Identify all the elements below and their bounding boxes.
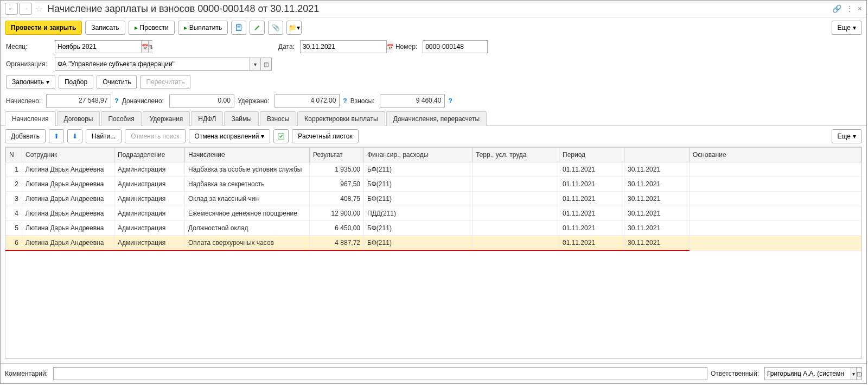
- accrued-label: Начислено:: [6, 97, 41, 105]
- responsible-label: Ответственный:: [711, 370, 759, 377]
- cell: 3: [6, 192, 22, 206]
- attach-button[interactable]: 📎: [268, 21, 283, 35]
- tab-7[interactable]: Корректировки выплаты: [297, 111, 385, 126]
- tab-more-button[interactable]: Еще ▾: [832, 129, 862, 143]
- form-row-2: Организация: ▾ ◫: [1, 55, 866, 73]
- tab-0[interactable]: Начисления: [5, 111, 56, 126]
- col-header[interactable]: Результат: [310, 148, 364, 162]
- col-header[interactable]: Основание: [690, 148, 861, 162]
- help-icon[interactable]: ?: [448, 97, 452, 105]
- cell: Администрация: [114, 221, 185, 236]
- tab-8[interactable]: Доначисления, перерасчеты: [386, 111, 487, 126]
- tab-6[interactable]: Взносы: [260, 111, 296, 126]
- help-icon[interactable]: ?: [114, 97, 118, 105]
- move-down-button[interactable]: ⬇: [67, 129, 82, 143]
- table-row[interactable]: 4Лютина Дарья АндреевнаАдминистрацияЕжем…: [6, 206, 861, 221]
- org-field[interactable]: ▾ ◫: [55, 58, 272, 71]
- col-header[interactable]: Сотрудник: [22, 148, 114, 162]
- table-row[interactable]: 1Лютина Дарья АндреевнаАдминистрацияНадб…: [6, 162, 861, 177]
- find-button[interactable]: Найти...: [86, 129, 122, 143]
- more-button[interactable]: Еще ▾: [832, 21, 862, 35]
- calendar-icon[interactable]: 📅: [141, 41, 148, 53]
- fill-button[interactable]: Заполнить ▾: [6, 75, 55, 89]
- cell: 6: [6, 236, 22, 251]
- cell: Лютина Дарья Андреевна: [22, 236, 114, 251]
- cell: [473, 177, 559, 192]
- clear-button[interactable]: Очистить: [97, 75, 137, 89]
- favorite-icon[interactable]: ☆: [35, 4, 43, 14]
- grid[interactable]: NСотрудникПодразделениеНачислениеРезульт…: [5, 147, 862, 359]
- arrow-down-icon: ⬇: [72, 132, 78, 140]
- close-icon[interactable]: ×: [858, 4, 862, 13]
- cell: 30.11.2021: [624, 192, 690, 206]
- table-row[interactable]: 2Лютина Дарья АндреевнаАдминистрацияНадб…: [6, 177, 861, 192]
- col-header[interactable]: [624, 148, 690, 162]
- contrib-label: Взносы:: [350, 97, 375, 105]
- tab-1[interactable]: Договоры: [57, 111, 100, 126]
- cell: БФ(211): [364, 192, 473, 206]
- cell: [690, 236, 861, 251]
- folder-button[interactable]: 📁▾: [286, 21, 302, 35]
- pay-button[interactable]: ▸Выплатить: [178, 21, 228, 35]
- link-icon[interactable]: 🔗: [832, 4, 841, 13]
- calendar-icon[interactable]: 📅: [386, 41, 393, 53]
- dropdown-icon[interactable]: ▾: [250, 58, 260, 70]
- cancel-search-button[interactable]: Отменить поиск: [125, 129, 185, 143]
- open-icon[interactable]: ◫: [260, 58, 271, 70]
- org-input[interactable]: [55, 58, 250, 70]
- open-icon[interactable]: ◫: [856, 368, 861, 380]
- col-header[interactable]: Подразделение: [114, 148, 185, 162]
- extra-label: Доначислено:: [122, 97, 164, 105]
- cell: Лютина Дарья Андреевна: [22, 206, 114, 221]
- report-button[interactable]: [231, 21, 246, 35]
- paperclip-icon: 📎: [272, 24, 280, 31]
- responsible-input[interactable]: [765, 368, 851, 380]
- post-button[interactable]: ▸Провести: [129, 21, 175, 35]
- footer: Комментарий: Ответственный: ▾ ◫: [1, 363, 866, 383]
- save-button[interactable]: Записать: [85, 21, 125, 35]
- back-button[interactable]: ←: [5, 3, 18, 15]
- tab-3[interactable]: Удержания: [143, 111, 190, 126]
- col-header[interactable]: Начисление: [185, 148, 310, 162]
- folder-icon: 📁▾: [289, 24, 300, 31]
- month-field[interactable]: 📅 ⇅: [55, 40, 152, 53]
- menu-icon[interactable]: ⋮: [846, 4, 853, 13]
- payslip-button[interactable]: Расчетный листок: [292, 129, 358, 143]
- pencil-icon: [253, 24, 261, 31]
- post-close-button[interactable]: Провести и закрыть: [5, 21, 82, 35]
- table-row[interactable]: 5Лютина Дарья АндреевнаАдминистрацияДолж…: [6, 221, 861, 236]
- tab-5[interactable]: Займы: [224, 111, 259, 126]
- dropdown-icon[interactable]: ▾: [851, 368, 856, 380]
- tab-4[interactable]: НДФЛ: [191, 111, 223, 126]
- cell: [473, 221, 559, 236]
- col-header[interactable]: Терр., усл. труда: [473, 148, 559, 162]
- help-icon[interactable]: ?: [343, 97, 347, 105]
- col-header[interactable]: Период: [559, 148, 624, 162]
- responsible-field[interactable]: ▾ ◫: [764, 367, 862, 380]
- grid-action-button[interactable]: [273, 129, 289, 143]
- date-field[interactable]: 📅: [300, 40, 387, 53]
- move-up-button[interactable]: ⬆: [49, 129, 64, 143]
- cell: 4 887,72: [310, 236, 364, 251]
- cell: БФ(211): [364, 162, 473, 177]
- stepper-icon[interactable]: ⇅: [148, 41, 153, 53]
- recalc-button[interactable]: Пересчитать: [140, 75, 190, 89]
- cancel-fixes-button[interactable]: Отмена исправлений ▾: [189, 129, 271, 143]
- number-input[interactable]: [423, 40, 488, 53]
- col-header[interactable]: Финансир., расходы: [364, 148, 473, 162]
- table-row[interactable]: 6Лютина Дарья АндреевнаАдминистрацияОпла…: [6, 236, 861, 251]
- add-button[interactable]: Добавить: [5, 129, 46, 143]
- table-row[interactable]: 3Лютина Дарья АндреевнаАдминистрацияОкла…: [6, 192, 861, 206]
- org-label: Организация:: [6, 60, 49, 68]
- date-label: Дата:: [278, 43, 295, 51]
- forward-button[interactable]: →: [19, 3, 32, 15]
- cell: [690, 177, 861, 192]
- col-header[interactable]: N: [6, 148, 22, 162]
- tab-2[interactable]: Пособия: [101, 111, 141, 126]
- pick-button[interactable]: Подбор: [59, 75, 93, 89]
- edit-button[interactable]: [250, 21, 265, 35]
- comment-input[interactable]: [53, 367, 707, 380]
- date-input[interactable]: [301, 41, 386, 53]
- month-input[interactable]: [55, 41, 141, 53]
- cell: ПДД(211): [364, 206, 473, 221]
